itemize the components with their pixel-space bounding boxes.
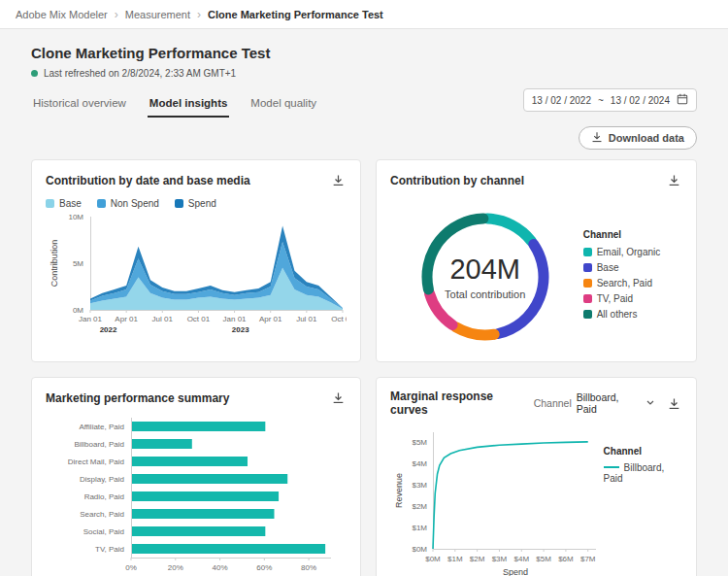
svg-text:Search, Paid: Search, Paid (80, 510, 124, 519)
svg-text:0M: 0M (73, 306, 83, 315)
svg-text:80%: 80% (301, 563, 316, 572)
svg-text:Social, Paid: Social, Paid (83, 527, 124, 536)
breadcrumb-item-measurement[interactable]: Measurement (125, 9, 190, 20)
download-icon (668, 174, 680, 186)
svg-text:TV, Paid: TV, Paid (95, 545, 124, 554)
legend-item: Spend (175, 198, 216, 209)
legend-label: Base (597, 262, 619, 273)
legend-item: Email, Organic (583, 247, 661, 257)
svg-text:$3M: $3M (412, 481, 427, 490)
download-icon (591, 131, 603, 145)
stacked-area-chart: 0M5M10MJan 01Apr 01Jul 01Oct 01Jan 01Apr… (46, 211, 347, 343)
last-refreshed-text: Last refreshed on 2/8/2024, 2:33 AM GMT+… (44, 68, 236, 79)
legend-swatch (46, 199, 54, 208)
svg-text:$1M: $1M (412, 524, 427, 532)
legend-swatch (583, 279, 592, 288)
svg-text:Contribution: Contribution (50, 240, 59, 288)
svg-text:$5M: $5M (536, 555, 551, 563)
legend-item: TV, Paid (583, 293, 661, 304)
legend-swatch (583, 294, 592, 303)
breadcrumb-item-app[interactable]: Adobe Mix Modeler (16, 9, 108, 20)
svg-text:Affiliate, Paid: Affiliate, Paid (79, 423, 124, 431)
line-chart: $0M$1M$2M$3M$4M$5M$0M$1M$2M$3M$4M$5M$6M$… (390, 424, 596, 576)
download-icon (332, 174, 345, 186)
calendar-icon[interactable] (677, 93, 688, 107)
tab-bar: Historical overview Model insights Model… (31, 92, 318, 118)
breadcrumb-item-current: Clone Marketing Performance Test (208, 9, 383, 20)
legend-title: Channel (604, 446, 682, 457)
svg-text:5M: 5M (73, 259, 83, 268)
download-data-label: Download data (609, 132, 684, 144)
legend-swatch (583, 263, 592, 272)
card-title: Contribution by channel (390, 174, 524, 187)
svg-text:2023: 2023 (232, 325, 249, 334)
svg-text:Jul 01: Jul 01 (296, 315, 317, 323)
breadcrumb: Adobe Mix Modeler › Measurement › Clone … (0, 0, 728, 29)
tab-model-insights[interactable]: Model insights (148, 92, 230, 118)
chevron-right-icon: › (197, 9, 201, 20)
donut-ring (413, 204, 558, 350)
svg-text:$0M: $0M (412, 545, 427, 554)
card-title: Marketing performance summary (46, 391, 229, 405)
line-chart-legend: Channel Billboard, Paid (604, 446, 682, 576)
svg-text:Billboard, Paid: Billboard, Paid (74, 440, 124, 449)
legend-swatch (583, 248, 592, 256)
download-chart-button[interactable] (330, 390, 347, 406)
svg-text:Oct 01: Oct 01 (187, 315, 211, 323)
channel-select[interactable]: Channel Billboard, Paid (534, 391, 654, 415)
svg-text:$5M: $5M (412, 438, 427, 447)
svg-text:2022: 2022 (100, 325, 117, 334)
svg-text:40%: 40% (213, 563, 228, 572)
last-refreshed-row: Last refreshed on 2/8/2024, 2:33 AM GMT+… (31, 68, 697, 79)
card-marketing-performance: Marketing performance summary Affiliate,… (31, 377, 361, 576)
download-chart-button[interactable] (330, 172, 347, 188)
svg-text:$2M: $2M (470, 555, 485, 563)
legend-title: Channel (583, 229, 661, 240)
legend-item: Billboard, Paid (604, 462, 682, 484)
tab-historical-overview[interactable]: Historical overview (31, 92, 128, 118)
legend-item: All others (583, 309, 661, 320)
svg-text:$0M: $0M (425, 555, 441, 563)
chevron-right-icon: › (115, 9, 118, 20)
svg-text:Revenue: Revenue (394, 473, 404, 508)
date-range-picker[interactable]: 13 / 02 / 2022 ~ 13 / 02 / 2024 (523, 88, 697, 112)
date-range-separator: ~ (598, 95, 604, 106)
download-chart-button[interactable] (666, 172, 682, 188)
svg-text:Direct Mail, Paid: Direct Mail, Paid (68, 457, 124, 466)
svg-text:Jan 01: Jan 01 (79, 315, 103, 323)
legend-item: Search, Paid (583, 278, 661, 288)
svg-text:Jan 01: Jan 01 (223, 315, 248, 323)
svg-text:$3M: $3M (492, 555, 508, 563)
card-marginal-response: Marginal response curves Channel Billboa… (376, 377, 697, 576)
legend-label: TV, Paid (597, 293, 633, 304)
svg-text:Apr 01: Apr 01 (115, 315, 138, 323)
horizontal-bar-chart: Affiliate, PaidBillboard, PaidDirect Mai… (46, 412, 347, 576)
dashboard-grid: Contribution by date and base media Base… (31, 159, 697, 576)
svg-text:60%: 60% (256, 563, 272, 572)
date-range-start: 13 / 02 / 2022 (532, 95, 591, 106)
svg-text:Spend: Spend (503, 567, 528, 576)
page-title: Clone Marketing Performance Test (31, 45, 697, 61)
download-data-button[interactable]: Download data (579, 126, 697, 150)
chevron-down-icon (646, 400, 654, 406)
legend-swatch (97, 199, 106, 208)
svg-text:Display, Paid: Display, Paid (80, 475, 124, 484)
legend-label: Base (59, 198, 82, 209)
svg-text:0%: 0% (125, 563, 137, 572)
legend-item: Base (46, 198, 82, 209)
download-icon (332, 391, 345, 404)
legend-swatch (175, 199, 183, 208)
status-dot (31, 70, 38, 77)
svg-text:Radio, Paid: Radio, Paid (84, 492, 124, 501)
card-contribution-by-date: Contribution by date and base media Base… (31, 159, 361, 362)
tab-model-quality[interactable]: Model quality (248, 92, 318, 118)
legend-label: Non Spend (111, 198, 159, 209)
legend-label: Email, Organic (597, 247, 661, 257)
svg-text:Jul 01: Jul 01 (152, 315, 174, 323)
area-chart-legend: Base Non Spend Spend (46, 198, 347, 209)
download-chart-button[interactable] (666, 395, 682, 412)
svg-text:$2M: $2M (412, 502, 427, 511)
download-icon (668, 397, 680, 410)
page: Adobe Mix Modeler › Measurement › Clone … (0, 0, 728, 576)
svg-text:$1M: $1M (447, 555, 463, 563)
